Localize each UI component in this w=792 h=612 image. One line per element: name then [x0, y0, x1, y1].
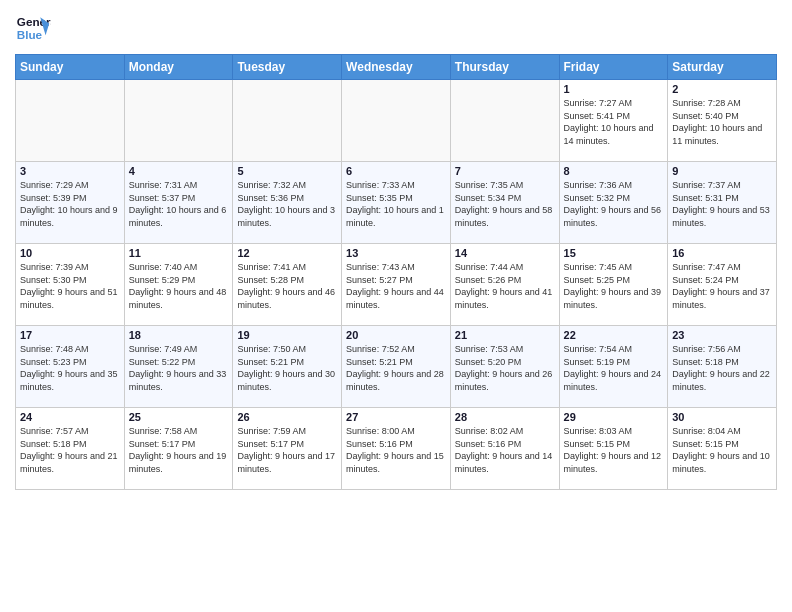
- calendar-cell: 7Sunrise: 7:35 AM Sunset: 5:34 PM Daylig…: [450, 162, 559, 244]
- weekday-header: Wednesday: [342, 55, 451, 80]
- day-info: Sunrise: 7:45 AM Sunset: 5:25 PM Dayligh…: [564, 261, 664, 311]
- calendar-cell: 19Sunrise: 7:50 AM Sunset: 5:21 PM Dayli…: [233, 326, 342, 408]
- weekday-header: Friday: [559, 55, 668, 80]
- day-info: Sunrise: 8:02 AM Sunset: 5:16 PM Dayligh…: [455, 425, 555, 475]
- day-info: Sunrise: 7:57 AM Sunset: 5:18 PM Dayligh…: [20, 425, 120, 475]
- calendar-week-row: 1Sunrise: 7:27 AM Sunset: 5:41 PM Daylig…: [16, 80, 777, 162]
- day-info: Sunrise: 7:44 AM Sunset: 5:26 PM Dayligh…: [455, 261, 555, 311]
- day-info: Sunrise: 7:28 AM Sunset: 5:40 PM Dayligh…: [672, 97, 772, 147]
- calendar-cell: 14Sunrise: 7:44 AM Sunset: 5:26 PM Dayli…: [450, 244, 559, 326]
- day-number: 13: [346, 247, 446, 259]
- day-number: 25: [129, 411, 229, 423]
- calendar-week-row: 3Sunrise: 7:29 AM Sunset: 5:39 PM Daylig…: [16, 162, 777, 244]
- calendar-cell: 3Sunrise: 7:29 AM Sunset: 5:39 PM Daylig…: [16, 162, 125, 244]
- day-info: Sunrise: 7:27 AM Sunset: 5:41 PM Dayligh…: [564, 97, 664, 147]
- day-number: 27: [346, 411, 446, 423]
- calendar-cell: 17Sunrise: 7:48 AM Sunset: 5:23 PM Dayli…: [16, 326, 125, 408]
- page: General Blue SundayMondayTuesdayWednesda…: [0, 0, 792, 612]
- day-info: Sunrise: 7:58 AM Sunset: 5:17 PM Dayligh…: [129, 425, 229, 475]
- day-info: Sunrise: 7:56 AM Sunset: 5:18 PM Dayligh…: [672, 343, 772, 393]
- day-info: Sunrise: 7:29 AM Sunset: 5:39 PM Dayligh…: [20, 179, 120, 229]
- day-number: 21: [455, 329, 555, 341]
- calendar-cell: 15Sunrise: 7:45 AM Sunset: 5:25 PM Dayli…: [559, 244, 668, 326]
- calendar-cell: 26Sunrise: 7:59 AM Sunset: 5:17 PM Dayli…: [233, 408, 342, 490]
- day-info: Sunrise: 7:39 AM Sunset: 5:30 PM Dayligh…: [20, 261, 120, 311]
- logo: General Blue: [15, 10, 51, 46]
- day-number: 2: [672, 83, 772, 95]
- calendar-cell: 2Sunrise: 7:28 AM Sunset: 5:40 PM Daylig…: [668, 80, 777, 162]
- calendar-cell: 6Sunrise: 7:33 AM Sunset: 5:35 PM Daylig…: [342, 162, 451, 244]
- day-number: 1: [564, 83, 664, 95]
- day-number: 5: [237, 165, 337, 177]
- calendar-cell: 16Sunrise: 7:47 AM Sunset: 5:24 PM Dayli…: [668, 244, 777, 326]
- day-number: 29: [564, 411, 664, 423]
- day-number: 23: [672, 329, 772, 341]
- calendar-week-row: 24Sunrise: 7:57 AM Sunset: 5:18 PM Dayli…: [16, 408, 777, 490]
- calendar-cell: 13Sunrise: 7:43 AM Sunset: 5:27 PM Dayli…: [342, 244, 451, 326]
- day-number: 30: [672, 411, 772, 423]
- calendar-cell: 12Sunrise: 7:41 AM Sunset: 5:28 PM Dayli…: [233, 244, 342, 326]
- day-info: Sunrise: 7:36 AM Sunset: 5:32 PM Dayligh…: [564, 179, 664, 229]
- logo-icon: General Blue: [15, 10, 51, 46]
- day-info: Sunrise: 7:52 AM Sunset: 5:21 PM Dayligh…: [346, 343, 446, 393]
- calendar-cell: 22Sunrise: 7:54 AM Sunset: 5:19 PM Dayli…: [559, 326, 668, 408]
- day-number: 4: [129, 165, 229, 177]
- day-number: 9: [672, 165, 772, 177]
- day-number: 22: [564, 329, 664, 341]
- calendar-cell: [233, 80, 342, 162]
- calendar-cell: 23Sunrise: 7:56 AM Sunset: 5:18 PM Dayli…: [668, 326, 777, 408]
- header: General Blue: [15, 10, 777, 46]
- day-number: 12: [237, 247, 337, 259]
- day-number: 28: [455, 411, 555, 423]
- calendar-cell: 30Sunrise: 8:04 AM Sunset: 5:15 PM Dayli…: [668, 408, 777, 490]
- calendar-cell: 5Sunrise: 7:32 AM Sunset: 5:36 PM Daylig…: [233, 162, 342, 244]
- calendar-cell: 21Sunrise: 7:53 AM Sunset: 5:20 PM Dayli…: [450, 326, 559, 408]
- calendar-cell: 27Sunrise: 8:00 AM Sunset: 5:16 PM Dayli…: [342, 408, 451, 490]
- day-info: Sunrise: 7:32 AM Sunset: 5:36 PM Dayligh…: [237, 179, 337, 229]
- day-info: Sunrise: 8:04 AM Sunset: 5:15 PM Dayligh…: [672, 425, 772, 475]
- day-info: Sunrise: 7:37 AM Sunset: 5:31 PM Dayligh…: [672, 179, 772, 229]
- day-info: Sunrise: 7:33 AM Sunset: 5:35 PM Dayligh…: [346, 179, 446, 229]
- day-info: Sunrise: 7:48 AM Sunset: 5:23 PM Dayligh…: [20, 343, 120, 393]
- calendar-cell: [450, 80, 559, 162]
- calendar-table: SundayMondayTuesdayWednesdayThursdayFrid…: [15, 54, 777, 490]
- day-number: 16: [672, 247, 772, 259]
- calendar-cell: 11Sunrise: 7:40 AM Sunset: 5:29 PM Dayli…: [124, 244, 233, 326]
- calendar-cell: 28Sunrise: 8:02 AM Sunset: 5:16 PM Dayli…: [450, 408, 559, 490]
- day-info: Sunrise: 8:03 AM Sunset: 5:15 PM Dayligh…: [564, 425, 664, 475]
- calendar-cell: 25Sunrise: 7:58 AM Sunset: 5:17 PM Dayli…: [124, 408, 233, 490]
- day-number: 20: [346, 329, 446, 341]
- day-number: 19: [237, 329, 337, 341]
- day-info: Sunrise: 7:41 AM Sunset: 5:28 PM Dayligh…: [237, 261, 337, 311]
- day-number: 8: [564, 165, 664, 177]
- calendar-cell: 10Sunrise: 7:39 AM Sunset: 5:30 PM Dayli…: [16, 244, 125, 326]
- day-info: Sunrise: 7:40 AM Sunset: 5:29 PM Dayligh…: [129, 261, 229, 311]
- day-info: Sunrise: 7:49 AM Sunset: 5:22 PM Dayligh…: [129, 343, 229, 393]
- day-info: Sunrise: 8:00 AM Sunset: 5:16 PM Dayligh…: [346, 425, 446, 475]
- weekday-header: Tuesday: [233, 55, 342, 80]
- calendar-cell: 24Sunrise: 7:57 AM Sunset: 5:18 PM Dayli…: [16, 408, 125, 490]
- weekday-header: Thursday: [450, 55, 559, 80]
- day-number: 7: [455, 165, 555, 177]
- day-info: Sunrise: 7:53 AM Sunset: 5:20 PM Dayligh…: [455, 343, 555, 393]
- day-info: Sunrise: 7:50 AM Sunset: 5:21 PM Dayligh…: [237, 343, 337, 393]
- day-info: Sunrise: 7:43 AM Sunset: 5:27 PM Dayligh…: [346, 261, 446, 311]
- day-number: 14: [455, 247, 555, 259]
- day-info: Sunrise: 7:54 AM Sunset: 5:19 PM Dayligh…: [564, 343, 664, 393]
- day-info: Sunrise: 7:31 AM Sunset: 5:37 PM Dayligh…: [129, 179, 229, 229]
- calendar-week-row: 10Sunrise: 7:39 AM Sunset: 5:30 PM Dayli…: [16, 244, 777, 326]
- weekday-header: Sunday: [16, 55, 125, 80]
- calendar-cell: 8Sunrise: 7:36 AM Sunset: 5:32 PM Daylig…: [559, 162, 668, 244]
- day-number: 15: [564, 247, 664, 259]
- calendar-cell: 18Sunrise: 7:49 AM Sunset: 5:22 PM Dayli…: [124, 326, 233, 408]
- calendar-cell: [124, 80, 233, 162]
- weekday-header: Saturday: [668, 55, 777, 80]
- weekday-header: Monday: [124, 55, 233, 80]
- day-number: 17: [20, 329, 120, 341]
- day-number: 11: [129, 247, 229, 259]
- day-number: 6: [346, 165, 446, 177]
- day-number: 18: [129, 329, 229, 341]
- day-info: Sunrise: 7:59 AM Sunset: 5:17 PM Dayligh…: [237, 425, 337, 475]
- calendar-week-row: 17Sunrise: 7:48 AM Sunset: 5:23 PM Dayli…: [16, 326, 777, 408]
- day-info: Sunrise: 7:35 AM Sunset: 5:34 PM Dayligh…: [455, 179, 555, 229]
